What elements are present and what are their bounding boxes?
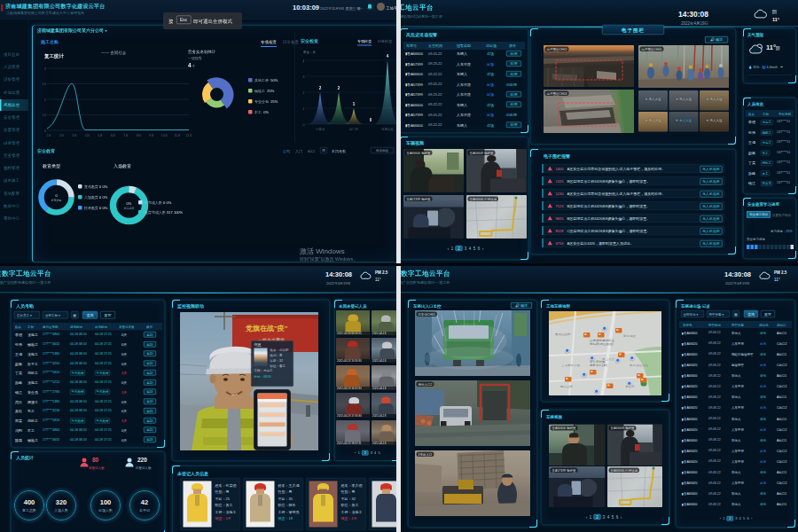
svg-text:2月: 2月 (59, 134, 64, 137)
svg-text:西人山段: 西人山段 (560, 385, 574, 388)
svg-text:0: 0 (303, 123, 305, 127)
svg-text:11月: 11月 (174, 134, 180, 137)
svg-text:0.5: 0.5 (43, 113, 46, 117)
svg-text:1月: 1月 (46, 134, 51, 137)
svg-text:常付庄村委: 常付庄村委 (590, 360, 606, 364)
svg-text:十强郊: 十强郊 (316, 128, 325, 131)
svg-text:上天桥中公园: 上天桥中公园 (561, 364, 580, 368)
svg-text:4: 4 (387, 54, 389, 59)
svg-text:杏山寨: 杏山寨 (625, 385, 635, 388)
svg-text:2: 2 (303, 91, 305, 95)
svg-text:出门岗: 出门岗 (349, 128, 359, 131)
svg-text:山东城市建设职业: 山东城市建设职业 (590, 339, 615, 343)
svg-text:10月: 10月 (161, 134, 168, 137)
svg-text:1: 1 (353, 102, 356, 106)
svg-text:服务中心(东): 服务中心(东) (590, 364, 607, 368)
svg-text:0: 0 (44, 129, 46, 133)
svg-text:1: 1 (303, 107, 305, 111)
svg-text:4: 4 (303, 59, 305, 63)
svg-text:6月: 6月 (111, 134, 115, 137)
svg-text:党旗在战"疫": 党旗在战"疫" (245, 325, 288, 332)
svg-text:9月: 9月 (149, 134, 153, 137)
svg-text:12月: 12月 (185, 134, 192, 137)
svg-text:4月: 4月 (85, 134, 90, 137)
svg-text:1: 1 (44, 98, 46, 102)
svg-text:0: 0 (370, 118, 372, 122)
svg-text:5月: 5月 (98, 134, 102, 137)
svg-text:凤上公交: 凤上公交 (602, 357, 615, 361)
svg-text:8月: 8月 (137, 134, 141, 137)
svg-text:2: 2 (44, 67, 46, 71)
svg-text:单位：次: 单位：次 (303, 50, 317, 54)
svg-text:0%: 0% (127, 201, 132, 206)
svg-text:2: 2 (338, 86, 340, 90)
svg-text:新工地区: 新工地区 (623, 334, 637, 339)
svg-text:0: 0 (55, 193, 58, 198)
svg-text:教育类型: 教育类型 (51, 199, 62, 202)
svg-text:3月: 3月 (72, 134, 76, 137)
svg-text:学院(彩石山校区): 学院(彩石山校区) (590, 342, 614, 347)
svg-text:3: 3 (303, 75, 305, 79)
svg-text:重点山区段: 重点山区段 (555, 332, 571, 336)
svg-text:未完成率: 未完成率 (124, 207, 135, 210)
svg-text:1.5: 1.5 (43, 82, 46, 86)
svg-text:2: 2 (319, 86, 322, 90)
svg-text:民工通道二区: 民工通道二区 (630, 364, 649, 368)
svg-text:现属台账: 现属台账 (381, 128, 395, 131)
svg-text:7月: 7月 (123, 134, 128, 137)
